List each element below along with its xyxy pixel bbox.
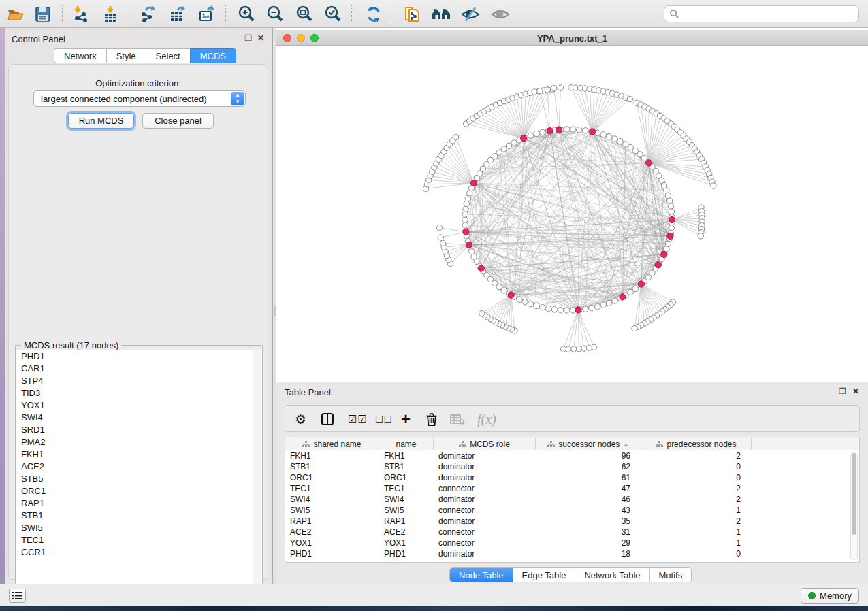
- cell-shared-name: ACE2: [285, 527, 379, 538]
- mcds-result-item[interactable]: PMA2: [16, 435, 262, 448]
- mcds-result-item[interactable]: CAR1: [16, 362, 262, 374]
- float-panel-icon[interactable]: ❐: [244, 34, 252, 42]
- mcds-result-item[interactable]: YOX1: [16, 399, 262, 411]
- hide-selected-eye-icon[interactable]: [460, 4, 481, 24]
- mcds-hub-node: [667, 233, 673, 239]
- cell-predecessor-nodes: 0: [641, 472, 752, 483]
- table-row[interactable]: ACE2ACE2connector311: [285, 527, 859, 538]
- mcds-result-item[interactable]: FKH1: [16, 448, 262, 460]
- table-row[interactable]: ORC1ORC1dominator610: [285, 472, 859, 483]
- table-row[interactable]: YOX1YOX1connector291: [285, 538, 859, 548]
- cell-successor-nodes: 31: [536, 527, 641, 538]
- tab-mcds[interactable]: MCDS: [190, 48, 236, 63]
- import-network-icon[interactable]: [71, 4, 91, 24]
- mcds-result-item[interactable]: SRD1: [16, 423, 262, 435]
- float-table-panel-icon[interactable]: ❐: [839, 387, 846, 395]
- settings-gear-icon[interactable]: ⚙: [295, 410, 306, 428]
- tab-select[interactable]: Select: [146, 48, 190, 63]
- cell-successor-nodes: 18: [536, 548, 641, 559]
- tab-network-table[interactable]: Network Table: [575, 568, 649, 582]
- column-header-shared-name[interactable]: shared name: [285, 437, 379, 450]
- refresh-icon[interactable]: [364, 4, 384, 24]
- select-all-icon[interactable]: ☑☑: [348, 410, 368, 428]
- table-scrollbar[interactable]: [850, 452, 858, 560]
- cell-shared-name: STB1: [285, 461, 379, 472]
- column-visibility-icon[interactable]: [321, 410, 334, 428]
- export-image-icon[interactable]: [197, 4, 217, 24]
- binoculars-icon[interactable]: [431, 4, 451, 24]
- tab-network[interactable]: Network: [54, 48, 106, 63]
- memory-button[interactable]: Memory: [801, 588, 859, 604]
- import-table-icon[interactable]: [100, 4, 120, 24]
- mcds-result-item[interactable]: TEC1: [16, 533, 262, 546]
- deselect-all-icon[interactable]: ☐☐: [375, 410, 392, 428]
- column-header-successor-nodes[interactable]: successor nodes⌄: [536, 437, 641, 450]
- mcds-result-item[interactable]: SWI4: [16, 411, 262, 423]
- table-panel: Table Panel ❐ ✕ ⚙ ☑☑ ☐☐ + f(x) shared na…: [276, 382, 868, 584]
- mcds-result-item[interactable]: STB1: [16, 509, 262, 521]
- zoom-out-icon[interactable]: [265, 4, 285, 24]
- mcds-result-item[interactable]: RAP1: [16, 497, 262, 509]
- cell-predecessor-nodes: 2: [641, 450, 752, 461]
- table-row[interactable]: FKH1FKH1dominator962: [285, 450, 859, 461]
- zoom-in-icon[interactable]: [236, 4, 257, 24]
- close-panel-icon[interactable]: ✕: [257, 34, 264, 42]
- tab-style[interactable]: Style: [106, 48, 146, 63]
- search-input[interactable]: [664, 5, 859, 22]
- cell-shared-name: FKH1: [285, 450, 379, 461]
- desktop-wallpaper-bottom: [0, 606, 868, 611]
- table-row[interactable]: RAP1RAP1dominator352: [285, 516, 859, 527]
- node-table[interactable]: shared namenameMCDS rolesuccessor nodes⌄…: [285, 437, 860, 563]
- tab-edge-table[interactable]: Edge Table: [513, 568, 576, 582]
- column-header-MCDS-role[interactable]: MCDS role: [434, 437, 536, 450]
- clone-network-icon[interactable]: [402, 4, 422, 24]
- column-header-name[interactable]: name: [379, 437, 434, 450]
- mcds-result-item[interactable]: ORC1: [16, 484, 262, 497]
- network-graph-canvas[interactable]: [276, 46, 868, 382]
- delete-column-icon[interactable]: [425, 410, 438, 428]
- mcds-list-scrollbar[interactable]: [253, 350, 261, 595]
- close-table-panel-icon[interactable]: ✕: [852, 387, 859, 395]
- table-row[interactable]: TEC1TEC1connector472: [285, 483, 859, 494]
- mcds-result-list[interactable]: PHD1CAR1STP4TID3YOX1SWI4SRD1PMA2FKH1ACE2…: [16, 350, 262, 595]
- tab-node-table[interactable]: Node Table: [450, 568, 513, 582]
- export-network-icon[interactable]: [138, 4, 159, 24]
- export-table-icon[interactable]: [167, 4, 188, 24]
- column-label: name: [396, 440, 416, 449]
- open-file-icon[interactable]: [5, 4, 26, 24]
- table-row[interactable]: SWI5SWI5connector431: [285, 505, 859, 516]
- run-mcds-button[interactable]: Run MCDS: [68, 113, 134, 129]
- mcds-result-item[interactable]: GCR1: [16, 546, 262, 558]
- toolbar-separator: [62, 5, 63, 22]
- table-row[interactable]: SWI4SWI4dominator462: [285, 494, 859, 505]
- cell-successor-nodes: 43: [536, 505, 641, 516]
- zoom-fit-icon[interactable]: [294, 4, 315, 24]
- mcds-result-item[interactable]: STP4: [16, 374, 262, 386]
- cell-name: ACE2: [379, 527, 434, 538]
- mcds-hub-node: [470, 180, 477, 186]
- cell-successor-nodes: 47: [536, 483, 641, 494]
- cell-shared-name: TEC1: [285, 483, 379, 494]
- task-history-button[interactable]: [9, 589, 26, 603]
- mcds-result-item[interactable]: ACE2: [16, 460, 262, 472]
- show-all-eye-icon[interactable]: [490, 4, 511, 24]
- table-row[interactable]: STB1STB1dominator620: [285, 461, 859, 472]
- table-scrollbar-thumb[interactable]: [852, 453, 856, 535]
- add-column-icon[interactable]: +: [401, 410, 411, 428]
- zoom-selected-icon[interactable]: [323, 4, 343, 24]
- cell-shared-name: RAP1: [285, 516, 379, 527]
- optimization-criterion-select[interactable]: largest connected component (undirected)…: [33, 90, 246, 107]
- mcds-result-item[interactable]: SWI5: [16, 521, 262, 533]
- close-panel-button[interactable]: Close panel: [142, 113, 214, 129]
- optimization-criterion-value: largest connected component (undirected): [41, 94, 207, 104]
- cell-MCDS-role: dominator: [434, 494, 536, 505]
- network-window-titlebar[interactable]: YPA_prune.txt_1: [276, 30, 868, 46]
- mcds-result-item[interactable]: TID3: [16, 386, 262, 399]
- mcds-result-item[interactable]: PHD1: [16, 350, 262, 362]
- mcds-result-item[interactable]: STB5: [16, 472, 262, 484]
- save-session-icon[interactable]: [33, 4, 53, 24]
- tab-motifs[interactable]: Motifs: [650, 568, 692, 582]
- column-header-predecessor-nodes[interactable]: predecessor nodes: [641, 437, 752, 450]
- cell-successor-nodes: 61: [536, 472, 641, 483]
- table-row[interactable]: PHD1PHD1dominator180: [285, 548, 859, 559]
